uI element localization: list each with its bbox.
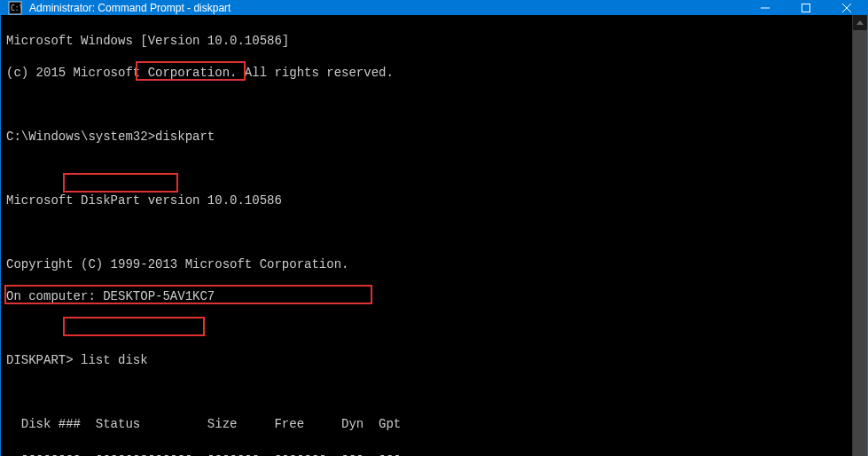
window-title: Administrator: Command Prompt - diskpart xyxy=(29,2,745,14)
prompt-line: DISKPART> list disk xyxy=(6,352,847,368)
command-listdisk: list disk xyxy=(81,353,148,367)
table-header: Disk ### Status Size Free Dyn Gpt xyxy=(6,416,847,432)
svg-text:C:\: C:\ xyxy=(11,4,22,12)
prompt-line: C:\Windows\system32>diskpart xyxy=(6,129,847,145)
output-line xyxy=(6,384,847,400)
scrollbar-up-arrow-icon[interactable] xyxy=(853,15,867,30)
output-line xyxy=(6,320,847,336)
svg-marker-6 xyxy=(856,20,864,25)
close-button[interactable] xyxy=(826,1,867,15)
output-line: (c) 2015 Microsoft Corporation. All righ… xyxy=(6,65,847,81)
cmd-icon: C:\ xyxy=(8,1,22,15)
window-controls xyxy=(745,1,867,15)
output-line: Microsoft Windows [Version 10.0.10586] xyxy=(6,33,847,49)
command-prompt-window: C:\ Administrator: Command Prompt - disk… xyxy=(0,0,868,456)
command-diskpart: diskpart xyxy=(155,130,215,144)
diskpart-prompt: DISKPART> xyxy=(6,353,74,367)
output-line xyxy=(6,224,847,240)
output-line: Microsoft DiskPart version 10.0.10586 xyxy=(6,193,847,208)
output-line: Copyright (C) 1999-2013 Microsoft Corpor… xyxy=(6,256,847,272)
scrollbar-track[interactable] xyxy=(853,30,867,456)
terminal-body: Microsoft Windows [Version 10.0.10586] (… xyxy=(1,15,867,456)
scrollbar-thumb[interactable] xyxy=(853,30,867,456)
svg-rect-3 xyxy=(802,4,810,12)
prompt-path: C:\Windows\system32> xyxy=(6,130,155,144)
table-divider: -------- ------------- ------- ------- -… xyxy=(6,448,847,456)
titlebar[interactable]: C:\ Administrator: Command Prompt - disk… xyxy=(1,1,867,15)
highlight-listdisk xyxy=(63,173,178,193)
output-line xyxy=(6,97,847,113)
vertical-scrollbar[interactable] xyxy=(852,15,867,456)
minimize-button[interactable] xyxy=(745,1,786,15)
output-line: On computer: DESKTOP-5AV1KC7 xyxy=(6,288,847,304)
terminal-content[interactable]: Microsoft Windows [Version 10.0.10586] (… xyxy=(1,15,852,456)
maximize-button[interactable] xyxy=(786,1,826,15)
output-line xyxy=(6,161,847,177)
